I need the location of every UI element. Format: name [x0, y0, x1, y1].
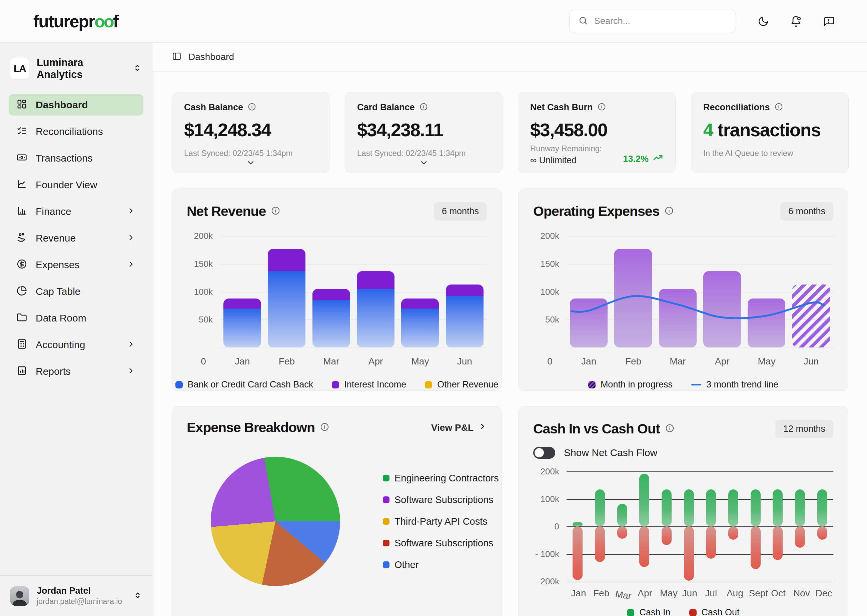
- net-cash-burn-card: Net Cash Burn $3,458.00 Runway Remaining…: [518, 92, 676, 173]
- operating-expenses-card: Operating Expenses 6 months 200k150k100k…: [518, 189, 848, 391]
- cash-column-oct: [772, 471, 783, 581]
- info-icon[interactable]: [248, 103, 256, 112]
- x-tick-label: Oct: [771, 588, 784, 599]
- y-tick-label: - 200k: [535, 576, 559, 587]
- sidebar-item-finance[interactable]: Finance: [9, 201, 143, 222]
- legend-label: Interest Income: [344, 379, 406, 390]
- sidebar-item-founder-view[interactable]: Founder View: [9, 174, 143, 196]
- topbar-actions: [757, 15, 835, 28]
- info-icon[interactable]: [597, 103, 606, 112]
- trending-up-icon: [653, 152, 663, 166]
- legend-item: Interest Income: [332, 379, 406, 390]
- runway-label: Runway Remaining:: [530, 144, 602, 153]
- legend-item: Other Revenue: [425, 379, 498, 390]
- x-tick-label: Mar: [312, 356, 350, 367]
- info-icon[interactable]: [665, 206, 673, 217]
- hatched-swatch: [588, 381, 596, 388]
- charts-row-1: Net Revenue 6 months 200k150k100k50k: [172, 189, 851, 391]
- stacked-bar: [312, 289, 350, 347]
- y-tick-label: 100k: [541, 286, 559, 297]
- search-input[interactable]: [594, 16, 727, 26]
- bar-chart-icon: [17, 206, 27, 217]
- stacked-bar: [357, 271, 394, 347]
- workspace-switcher[interactable]: LA Luminara Analytics: [0, 42, 152, 92]
- y-axis-labels: 200k150k100k50k: [533, 236, 567, 347]
- feedback-bubble-icon[interactable]: [822, 15, 835, 28]
- card-title: Cash Balance: [184, 102, 243, 113]
- sidebar-item-data-room[interactable]: Data Room: [9, 307, 143, 329]
- card-title: Card Balance: [357, 102, 415, 113]
- sidebar-item-cap-table[interactable]: Cap Table: [9, 281, 143, 302]
- last-synced: Last Synced: 02/23/45 1:34pm: [184, 149, 317, 158]
- sidebar-item-dashboard[interactable]: Dashboard: [9, 94, 143, 116]
- chart-title: Expense Breakdown: [187, 420, 315, 435]
- chevron-down-icon[interactable]: [357, 158, 490, 167]
- cash-out-bar: [617, 526, 627, 539]
- info-icon[interactable]: [271, 206, 280, 217]
- user-menu[interactable]: Jordan Patel jordan.patel@luminara.io: [0, 575, 152, 616]
- sidebar-item-expenses[interactable]: Expenses: [9, 254, 143, 275]
- cash-in-bar: [728, 489, 738, 526]
- info-icon[interactable]: [665, 424, 674, 434]
- legend-label: Engineering Contractors: [394, 473, 499, 484]
- runway-remaining: Runway Remaining: ∞ Unlimited: [530, 144, 602, 166]
- panel-left-icon[interactable]: [172, 51, 182, 63]
- legend-label: Cash Out: [701, 607, 739, 616]
- cash-out-bar: [572, 526, 583, 580]
- sidebar-item-label: Revenue: [36, 233, 76, 244]
- global-search[interactable]: [569, 9, 736, 33]
- moon-icon[interactable]: [757, 15, 770, 28]
- cash-in-bar: [817, 489, 827, 526]
- charts-row-2: Expense Breakdown View P&L Engineering C…: [172, 406, 851, 616]
- chevron-down-icon[interactable]: [184, 158, 317, 167]
- x-tick-label: Apr: [703, 356, 741, 367]
- sidebar-item-label: Cap Table: [36, 286, 81, 297]
- queue-count: 4: [703, 119, 713, 140]
- period-badge[interactable]: 12 months: [775, 420, 833, 438]
- sidebar-item-label: Reconciliations: [36, 126, 103, 137]
- x-tick-label: May: [748, 356, 785, 367]
- info-icon[interactable]: [419, 103, 428, 112]
- reconciliations-card: Reconciliations 4 transactions In the AI…: [691, 92, 849, 173]
- x-axis-labels: JanFebMarAprMayJun: [220, 356, 487, 367]
- zero-label: 0: [187, 356, 220, 367]
- legend-label: Software Subscriptions: [394, 494, 493, 505]
- bar-column-may: [401, 299, 439, 347]
- chevrons-up-down-icon: [133, 63, 142, 74]
- period-badge[interactable]: 6 months: [434, 202, 487, 220]
- legend-swatch: [425, 381, 432, 388]
- info-icon[interactable]: [775, 103, 783, 112]
- cash-column-jan: [572, 471, 583, 581]
- bell-dot-icon[interactable]: [789, 15, 802, 28]
- cash-balance-card: Cash Balance $14,248.34 Last Synced: 02/…: [172, 92, 329, 173]
- sidebar-item-label: Expenses: [36, 259, 80, 270]
- net-cash-flow-toggle[interactable]: [533, 447, 555, 459]
- sidebar-item-transactions[interactable]: Transactions: [9, 147, 143, 169]
- net-revenue-legend: Bank or Credit Card Cash BackInterest In…: [187, 379, 487, 390]
- sidebar-item-reconciliations[interactable]: Reconciliations: [9, 121, 143, 142]
- sidebar-item-accounting[interactable]: Accounting: [9, 334, 143, 355]
- cash-in-bar: [750, 489, 761, 526]
- breadcrumb-label[interactable]: Dashboard: [188, 52, 234, 62]
- cash-in-out-legend: Cash InCash Out: [533, 607, 833, 616]
- sidebar-item-revenue[interactable]: Revenue: [9, 227, 143, 249]
- legend-swatch: [383, 561, 389, 568]
- legend-item: Software Subscriptions: [383, 494, 499, 505]
- sidebar-item-reports[interactable]: Reports: [9, 360, 143, 382]
- legend-swatch: [383, 497, 389, 503]
- trend-line-swatch: [691, 384, 701, 385]
- period-badge[interactable]: 6 months: [780, 202, 833, 220]
- cash-out-bar: [662, 526, 672, 545]
- info-icon[interactable]: [320, 423, 329, 433]
- breadcrumb: Dashboard: [152, 42, 867, 72]
- cash-back-segment: [268, 271, 306, 347]
- x-tick-label: Apr: [638, 588, 651, 599]
- cash-in-bar: [617, 504, 627, 526]
- bar-column-mar: [312, 289, 350, 347]
- cash-in-bar: [639, 474, 649, 526]
- view-pl-link[interactable]: View P&L: [431, 422, 487, 433]
- app-root: futureproof LA Luminara Analytics: [0, 0, 867, 616]
- interest-income-segment: [224, 299, 261, 308]
- cash-out-bar: [706, 526, 716, 559]
- cash-out-bar: [684, 526, 694, 581]
